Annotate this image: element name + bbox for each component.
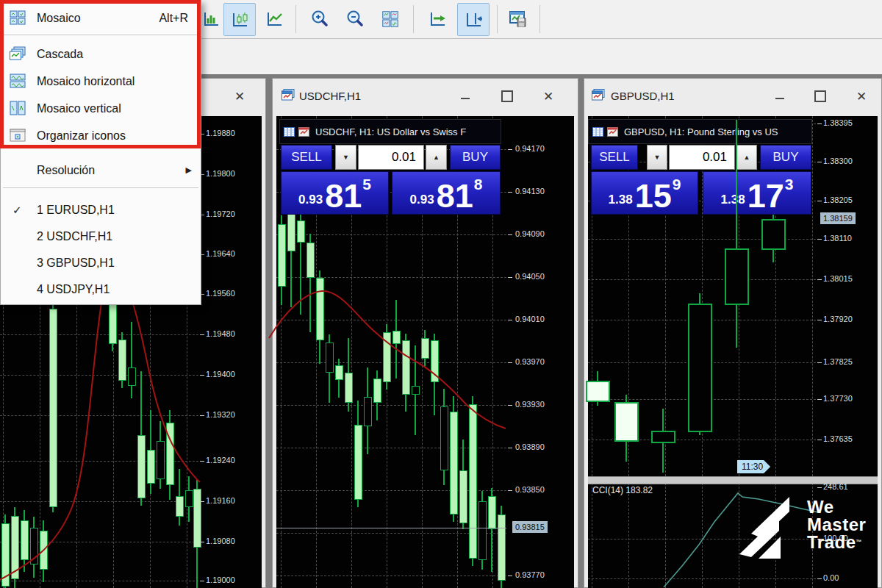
tile-windows-icon[interactable]: [375, 3, 406, 35]
candle-body: [176, 496, 184, 517]
gbpusd-scale-label: 1.38015: [823, 274, 853, 283]
menu-item-resolucion[interactable]: Resolución ▶: [1, 157, 200, 184]
axis-tick: [508, 490, 512, 491]
candle-body: [118, 340, 126, 381]
candle-body: [478, 501, 487, 560]
candle-body: [109, 304, 117, 344]
gridline-horizontal: [588, 578, 816, 579]
candle-body: [335, 365, 343, 380]
axis-tick: [817, 320, 822, 320]
gridline-horizontal: [0, 375, 198, 376]
maximize-icon: [814, 90, 826, 102]
toolbar-separator: [295, 5, 296, 33]
gridline-vertical: [592, 483, 592, 588]
one-click-trading-icon[interactable]: [607, 127, 618, 137]
submenu-arrow-icon: ▶: [186, 165, 192, 175]
eurusd-scale-label: 1.19000: [206, 576, 235, 584]
axis-tick: [817, 440, 822, 440]
gbpusd-volume-input[interactable]: 0.01: [669, 145, 735, 170]
menu-item-mosaico-vertical[interactable]: Mosaico vertical: [1, 95, 200, 122]
axis-tick: [817, 362, 822, 363]
axis-tick: [508, 448, 512, 448]
candle-body: [137, 435, 146, 498]
eurusd-close-button[interactable]: ✕: [230, 87, 249, 105]
candlestick-chart-icon[interactable]: [223, 3, 256, 36]
eurusd-scale-label: 1.19800: [206, 169, 235, 178]
usdchf-scale-label: 0.93930: [515, 400, 545, 409]
chart-shift-icon[interactable]: [457, 3, 490, 36]
zoom-in-icon[interactable]: [304, 3, 335, 35]
gbpusd-minimize-button[interactable]: [770, 86, 789, 104]
maximize-icon: [501, 90, 513, 102]
eurusd-scale-label: 1.19560: [206, 289, 235, 298]
one-click-trading-icon[interactable]: [298, 127, 309, 137]
close-icon: ✕: [856, 90, 867, 103]
candle-body: [450, 412, 458, 514]
candle-body: [345, 373, 353, 403]
menu-item-window-gbpusd[interactable]: 3 GBPUSD,H1: [1, 249, 200, 276]
usdchf-sell-price[interactable]: 0.93815: [281, 171, 389, 215]
gridline-horizontal: [276, 362, 506, 363]
usdchf-sell-button[interactable]: SELL: [281, 145, 332, 170]
gbpusd-volume-down-button[interactable]: ▼: [647, 145, 667, 170]
candle-body: [40, 531, 48, 570]
menu-item-window-usdjpy[interactable]: 4 USDJPY,H1: [1, 276, 200, 303]
check-icon: ✓: [12, 204, 22, 217]
eurusd-scale-label: 1.19080: [206, 537, 235, 545]
gbpusd-scale-label: 1.37825: [823, 357, 853, 366]
axis-tick: [508, 405, 512, 406]
axis-tick: [508, 234, 512, 235]
gbpusd-close-button[interactable]: ✕: [852, 87, 871, 105]
gbpusd-sell-button[interactable]: SELL: [591, 145, 638, 170]
menu-item-window-usdchf[interactable]: 2 USDCHF,H1: [1, 223, 200, 250]
axis-tick: [817, 399, 822, 400]
usdchf-scale-label: 0.93850: [515, 485, 545, 494]
auto-scroll-icon[interactable]: [422, 3, 453, 35]
market-depth-icon[interactable]: [592, 127, 603, 137]
minimize-icon: [461, 98, 470, 99]
usdchf-scale-label: 0.93770: [515, 570, 545, 579]
current-price-line: [276, 528, 506, 528]
toolbar-separator: [497, 5, 498, 33]
menu-item-mosaico-horizontal[interactable]: Mosaico horizontal: [1, 68, 200, 95]
eurusd-scale-label: 1.19320: [206, 410, 235, 419]
candle-body: [354, 425, 362, 500]
zoom-out-icon[interactable]: [340, 3, 370, 35]
candle-body: [421, 338, 429, 359]
candle-body: [488, 496, 496, 529]
minimize-icon: [775, 98, 784, 99]
menu-separator: [3, 35, 198, 35]
gbpusd-sell-price[interactable]: 1.38159: [591, 171, 698, 215]
menu-item-cascada[interactable]: Cascada: [1, 40, 200, 68]
menu-item-window-eurusd[interactable]: ✓ 1 EURUSD,H1: [1, 196, 200, 223]
usdchf-close-button[interactable]: ✕: [539, 87, 558, 105]
axis-tick: [817, 578, 822, 579]
candle-body: [431, 340, 439, 382]
gbpusd-buy-price[interactable]: 1.38173: [703, 171, 811, 215]
line-chart-icon[interactable]: [259, 3, 290, 35]
templates-icon[interactable]: [503, 3, 534, 35]
usdchf-buy-button[interactable]: BUY: [450, 145, 501, 170]
usdchf-minimize-button[interactable]: [456, 86, 475, 104]
axis-tick: [200, 501, 204, 502]
menu-item-mosaico[interactable]: Mosaico Alt+R: [1, 4, 200, 32]
usdchf-maximize-button[interactable]: [498, 87, 517, 105]
close-icon: ✕: [234, 90, 245, 103]
usdchf-volume-up-button[interactable]: ▲: [426, 145, 447, 170]
gridline-vertical: [592, 116, 592, 476]
eurusd-scale-label: 1.19240: [206, 456, 235, 465]
candle-body: [440, 406, 448, 470]
cci-indicator-label: CCI(14) 183.82: [592, 485, 653, 495]
axis-tick: [508, 149, 512, 150]
gbpusd-volume-up-button[interactable]: ▲: [736, 145, 757, 170]
usdchf-volume-input[interactable]: 0.01: [358, 145, 424, 170]
toolbar-separator: [539, 5, 540, 33]
gbpusd-maximize-button[interactable]: [811, 87, 830, 105]
gbpusd-buy-button[interactable]: BUY: [760, 145, 811, 170]
market-depth-icon[interactable]: [284, 127, 295, 137]
menu-item-organizar-iconos[interactable]: Organizar iconos: [1, 122, 200, 149]
usdchf-buy-price[interactable]: 0.93818: [392, 171, 501, 215]
usdchf-scale-label: 0.94130: [515, 187, 545, 196]
axis-tick: [508, 277, 512, 278]
usdchf-volume-down-button[interactable]: ▼: [335, 145, 356, 170]
